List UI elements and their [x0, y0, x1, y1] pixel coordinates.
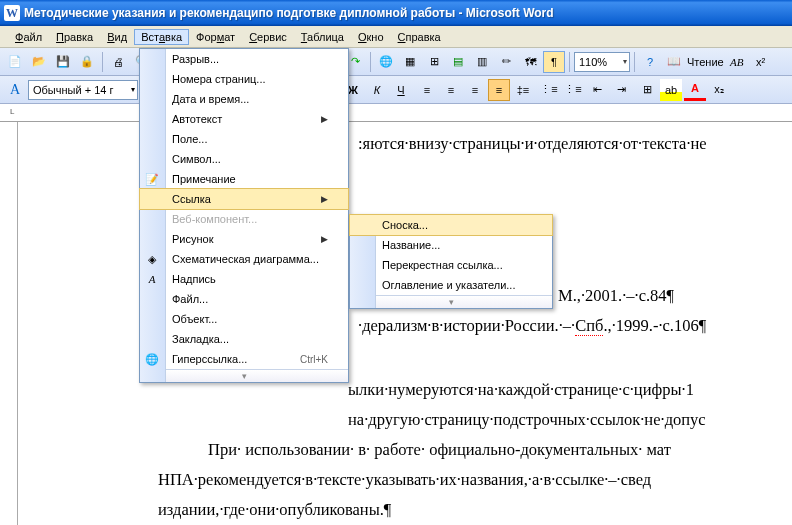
formatting-toolbar: A Обычный + 14 г Ж К Ч ≡ ≡ ≡ ≡ ‡≡ ⋮≡ ⋮≡ … — [0, 76, 792, 104]
menu-table[interactable]: Таблица — [294, 29, 351, 45]
increase-indent-icon[interactable]: ⇥ — [610, 79, 632, 101]
doc-line: НПА·рекомендуется·в·тексте·указывать·их·… — [158, 466, 772, 494]
menu-item-object[interactable]: Объект... — [140, 309, 348, 329]
diagram-icon: ◈ — [144, 251, 160, 267]
submenu-arrow-icon: ▶ — [321, 194, 328, 204]
menu-item-comment[interactable]: 📝Примечание — [140, 169, 348, 189]
document-area: :яются·внизу·страницы·и·отделяются·от·те… — [0, 122, 792, 525]
doc-line: на·другую·страницу·подстрочных·ссылок·не… — [348, 406, 772, 434]
read-mode-icon[interactable]: 📖 — [663, 51, 685, 73]
menu-item-reference[interactable]: Ссылка▶ — [139, 188, 349, 210]
pilcrow-icon[interactable]: ¶ — [543, 51, 565, 73]
menu-item-break[interactable]: Разрыв... — [140, 49, 348, 69]
menu-item-diagram[interactable]: ◈Схематическая диаграмма... — [140, 249, 348, 269]
reference-submenu: Сноска... Название... Перекрестная ссылк… — [349, 214, 553, 309]
submenu-item-crossref[interactable]: Перекрестная ссылка... — [350, 255, 552, 275]
menu-item-field[interactable]: Поле... — [140, 129, 348, 149]
align-left-icon[interactable]: ≡ — [416, 79, 438, 101]
av-icon[interactable]: AB — [726, 51, 748, 73]
bullets-icon[interactable]: ⋮≡ — [562, 79, 584, 101]
title-bar: W Методические указания и рекомендаципо … — [0, 0, 792, 26]
read-label[interactable]: Чтение — [687, 56, 724, 68]
menu-format[interactable]: Формат — [189, 29, 242, 45]
align-justify-icon[interactable]: ≡ — [488, 79, 510, 101]
menu-item-date-time[interactable]: Дата и время... — [140, 89, 348, 109]
menu-item-web-component: Веб-компонент... — [140, 209, 348, 229]
standard-toolbar: 📄 📂 💾 🔒 🖨 🔍 ✓ 📚 ✂ 📋 📄 🖌 ↶ ↷ 🌐 ▦ ⊞ ▤ ▥ ✏ … — [0, 48, 792, 76]
doc-line: При· использовании· в· работе· официальн… — [208, 436, 772, 464]
doc-map-icon[interactable]: 🗺 — [519, 51, 541, 73]
menu-item-bookmark[interactable]: Закладка... — [140, 329, 348, 349]
menu-expand-icon[interactable]: ▾ — [350, 295, 552, 308]
menu-item-textbox[interactable]: AНадпись — [140, 269, 348, 289]
separator — [569, 52, 570, 72]
style-combo[interactable]: Обычный + 14 г — [28, 80, 138, 100]
insert-hyperlink-icon[interactable]: 🌐 — [375, 51, 397, 73]
superscript-toggle-icon[interactable]: x² — [750, 51, 772, 73]
subscript-icon[interactable]: x₂ — [708, 79, 730, 101]
menu-help[interactable]: Справка — [391, 29, 448, 45]
drawing-icon[interactable]: ✏ — [495, 51, 517, 73]
separator — [634, 52, 635, 72]
decrease-indent-icon[interactable]: ⇤ — [586, 79, 608, 101]
menu-bar: Файл Правка Вид Вставка Формат Сервис Та… — [0, 26, 792, 48]
menu-item-symbol[interactable]: Символ... — [140, 149, 348, 169]
align-right-icon[interactable]: ≡ — [464, 79, 486, 101]
window-title: Методические указания и рекомендаципо по… — [24, 6, 554, 20]
menu-edit[interactable]: Правка — [49, 29, 100, 45]
zoom-combo[interactable]: 110% — [574, 52, 630, 72]
menu-item-file[interactable]: Файл... — [140, 289, 348, 309]
comment-icon: 📝 — [144, 171, 160, 187]
permission-icon[interactable]: 🔒 — [76, 51, 98, 73]
submenu-item-caption[interactable]: Название... — [350, 235, 552, 255]
line-spacing-icon[interactable]: ‡≡ — [512, 79, 534, 101]
submenu-item-toc[interactable]: Оглавление и указатели... — [350, 275, 552, 295]
menu-item-page-numbers[interactable]: Номера страниц... — [140, 69, 348, 89]
insert-table-icon[interactable]: ⊞ — [423, 51, 445, 73]
tables-borders-icon[interactable]: ▦ — [399, 51, 421, 73]
font-color-icon[interactable]: A — [684, 79, 706, 101]
menu-item-autotext[interactable]: Автотекст▶ — [140, 109, 348, 129]
submenu-arrow-icon: ▶ — [321, 234, 328, 244]
doc-line: ылки·нумеруются·на·каждой·странице·с·циф… — [348, 376, 772, 404]
page[interactable]: :яются·внизу·страницы·и·отделяются·от·те… — [18, 122, 792, 525]
underline-icon[interactable]: Ч — [390, 79, 412, 101]
separator — [102, 52, 103, 72]
numbering-icon[interactable]: ⋮≡ — [538, 79, 560, 101]
separator — [370, 52, 371, 72]
menu-item-hyperlink[interactable]: 🌐Гиперссылка...Ctrl+K — [140, 349, 348, 369]
excel-icon[interactable]: ▤ — [447, 51, 469, 73]
vertical-ruler[interactable] — [0, 122, 18, 525]
open-icon[interactable]: 📂 — [28, 51, 50, 73]
doc-line: ·дерализм·в·истории·России.·–·Спб.,·1999… — [358, 312, 772, 340]
align-center-icon[interactable]: ≡ — [440, 79, 462, 101]
help-icon[interactable]: ? — [639, 51, 661, 73]
italic-icon[interactable]: К — [366, 79, 388, 101]
menu-expand-icon[interactable]: ▾ — [140, 369, 348, 382]
globe-icon: 🌐 — [144, 351, 160, 367]
insert-menu-dropdown: Разрыв... Номера страниц... Дата и время… — [139, 48, 349, 383]
horizontal-ruler[interactable]: L — [0, 104, 792, 122]
menu-insert[interactable]: Вставка — [134, 29, 189, 45]
highlight-icon[interactable]: ab — [660, 79, 682, 101]
doc-line: :яются·внизу·страницы·и·отделяются·от·те… — [358, 130, 772, 158]
menu-file[interactable]: Файл — [8, 29, 49, 45]
submenu-item-footnote[interactable]: Сноска... — [349, 214, 553, 236]
app-icon: W — [4, 5, 20, 21]
menu-view[interactable]: Вид — [100, 29, 134, 45]
doc-line: М.,·2001.·–·c.84¶ — [558, 282, 772, 310]
borders-icon[interactable]: ⊞ — [636, 79, 658, 101]
menu-window[interactable]: Окно — [351, 29, 391, 45]
columns-icon[interactable]: ▥ — [471, 51, 493, 73]
print-icon[interactable]: 🖨 — [107, 51, 129, 73]
doc-line: издании,·где·они·опубликованы.¶ — [158, 496, 772, 524]
submenu-arrow-icon: ▶ — [321, 114, 328, 124]
save-icon[interactable]: 💾 — [52, 51, 74, 73]
style-aa-icon[interactable]: A — [4, 79, 26, 101]
new-doc-icon[interactable]: 📄 — [4, 51, 26, 73]
menu-item-picture[interactable]: Рисунок▶ — [140, 229, 348, 249]
menu-tools[interactable]: Сервис — [242, 29, 294, 45]
textbox-icon: A — [144, 271, 160, 287]
